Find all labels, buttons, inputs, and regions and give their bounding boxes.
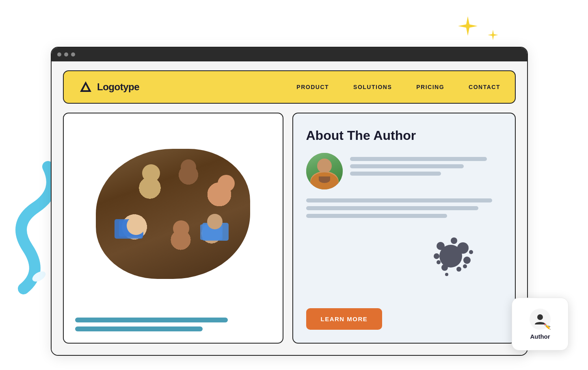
author-avatar (306, 153, 343, 189)
content-bar-3 (306, 214, 447, 218)
author-info-bar-2 (350, 164, 464, 168)
dark-splatter-decoration (418, 224, 483, 289)
edit-icon: ✏ (546, 324, 551, 330)
star-large-decoration (457, 15, 478, 37)
nav-link-solutions[interactable]: SOLUTIONS (353, 84, 392, 90)
nav-links: PRODUCT SOLUTIONS PRICING CONTACT (296, 84, 500, 90)
browser-dot-3 (71, 52, 75, 57)
browser-content: Logotype PRODUCT SOLUTIONS PRICING CONTA… (52, 61, 527, 355)
author-content-bars (306, 198, 502, 218)
svg-point-4 (463, 257, 471, 264)
logo-area: Logotype (78, 80, 139, 94)
blue-swirl-decoration (11, 159, 56, 297)
logo-text: Logotype (97, 81, 139, 93)
navbar: Logotype PRODUCT SOLUTIONS PRICING CONTA… (63, 70, 516, 104)
team-image-blob (96, 149, 250, 279)
content-bar-1 (306, 198, 492, 202)
left-card-text-bars (75, 313, 271, 331)
content-bar-2 (306, 206, 479, 210)
author-info-bar-3 (350, 172, 441, 176)
star-small-decoration (487, 29, 499, 41)
browser-dot-1 (57, 52, 61, 57)
browser-dot-2 (64, 52, 68, 57)
nav-link-product[interactable]: PRODUCT (296, 84, 329, 90)
svg-point-6 (456, 267, 461, 272)
author-person-icon (534, 313, 546, 325)
svg-point-9 (451, 237, 457, 244)
logo-icon (78, 80, 93, 94)
svg-point-12 (445, 273, 448, 276)
svg-point-13 (537, 314, 543, 320)
author-profile (306, 153, 502, 189)
author-card-title: About The Author (306, 128, 502, 143)
svg-point-10 (437, 260, 441, 264)
author-card-icon: ✏ (530, 309, 551, 330)
left-card (63, 113, 283, 344)
browser-window: Logotype PRODUCT SOLUTIONS PRICING CONTA… (51, 47, 528, 356)
text-bar-long (75, 318, 228, 322)
svg-point-11 (463, 264, 467, 268)
nav-link-pricing[interactable]: PRICING (416, 84, 444, 90)
team-image-inner (96, 149, 250, 279)
author-floating-card: ✏ Author (512, 298, 569, 350)
browser-topbar (52, 48, 527, 61)
author-info-bar-1 (350, 157, 487, 161)
avatar-background (306, 153, 343, 189)
svg-point-2 (457, 242, 469, 254)
svg-point-5 (441, 264, 448, 271)
text-bar-short (75, 326, 203, 331)
svg-point-3 (437, 242, 445, 250)
team-image-container (75, 126, 271, 302)
learn-more-button[interactable]: LEARN MORE (306, 308, 383, 330)
svg-point-8 (469, 250, 473, 254)
nav-link-contact[interactable]: CONTACT (469, 84, 500, 90)
author-card-label: Author (530, 333, 550, 340)
svg-point-7 (434, 253, 439, 259)
author-info-bars (350, 153, 502, 176)
